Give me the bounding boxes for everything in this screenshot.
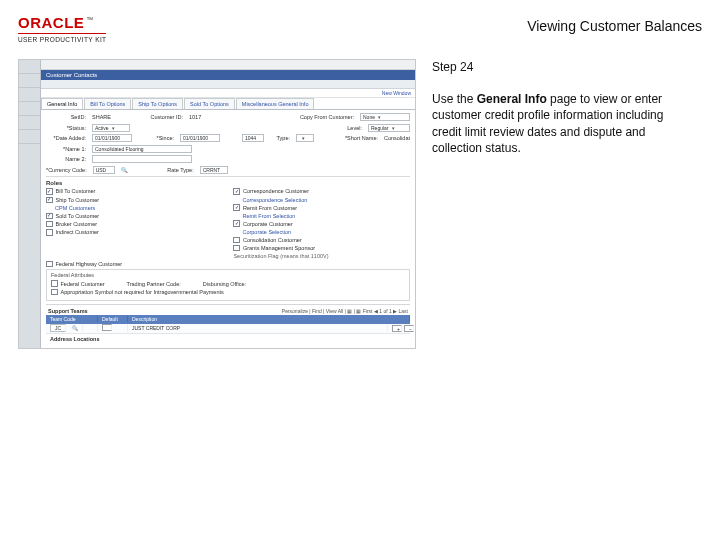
input-name1[interactable]: Consolidated Flooring <box>92 145 192 153</box>
brand-main: ORACLE <box>18 14 84 31</box>
brand-subtitle: USER PRODUCTIVITY KIT <box>18 33 106 43</box>
label-name2: Name 2: <box>46 156 86 162</box>
instruction-text: Use the General Info page to view or ent… <box>432 91 692 156</box>
section-roles-heading: Roles <box>46 180 410 186</box>
check-corporate[interactable]: ✓Corporate Customer <box>233 220 408 227</box>
input-since[interactable]: 01/01/1900 <box>180 134 220 142</box>
input-name2[interactable] <box>92 155 192 163</box>
check-correspondence[interactable]: ✓Correspondence Customer <box>233 188 408 195</box>
label-level: Level: <box>322 125 362 131</box>
label-currency: *Currency Code: <box>46 167 87 173</box>
label-setid: SetID: <box>46 114 86 120</box>
tab-sold-to-options[interactable]: Sold To Options <box>184 98 235 109</box>
form-body: SetID: SHARE Customer ID: 1017 Copy From… <box>41 110 415 348</box>
federal-attributes-box: Federal Attributes Federal Customer Trad… <box>46 269 410 301</box>
field-trading-partner: Trading Partner Code: <box>127 280 181 287</box>
value-setid: SHARE <box>92 114 111 120</box>
link-corp-sel[interactable]: Corporate Selection <box>242 229 408 235</box>
link-cpm-customers[interactable]: CPM Customers <box>55 205 213 211</box>
check-bill-to[interactable]: ✓Bill To Customer <box>46 188 213 195</box>
grid-row[interactable]: JC🔍 JUST CREDIT CORP +− <box>46 324 410 334</box>
label-status: *Status: <box>46 125 86 131</box>
label-since: *Since: <box>150 135 174 141</box>
grid-toolbar[interactable]: Personalize | Find | View All | ▦ | ▦ Fi… <box>282 308 408 314</box>
label-name1: *Name 1: <box>46 146 86 152</box>
instruction-panel: Step 24 Use the General Info page to vie… <box>432 59 692 349</box>
support-teams-heading: Support Teams <box>48 308 88 314</box>
brand-block: ORACLE™ USER PRODUCTIVITY KIT <box>18 14 106 43</box>
select-type[interactable] <box>296 134 314 142</box>
check-federal-highway[interactable]: Federal Highway Customer <box>46 261 410 268</box>
new-window-link[interactable]: New Window <box>41 89 415 98</box>
check-remit-from[interactable]: ✓Remit From Customer <box>233 204 408 211</box>
link-corr-sel[interactable]: Correspondence Selection <box>242 197 408 203</box>
filter-bar <box>41 80 415 89</box>
label-custid: Customer ID: <box>143 114 183 120</box>
check-grants-sponsor[interactable]: Grants Management Sponsor <box>233 245 408 252</box>
select-status[interactable]: Active <box>92 124 130 132</box>
check-ship-to[interactable]: ✓Ship To Customer <box>46 197 213 204</box>
grid-header: Team Code Default Description <box>46 315 410 324</box>
check-indirect[interactable]: Indirect Customer <box>46 229 213 236</box>
value-shortname: Consolidat <box>384 135 410 141</box>
label-shortname: *Short Name: <box>338 135 378 141</box>
label-type: Type: <box>270 135 290 141</box>
check-federal-customer[interactable]: Federal Customer <box>51 280 105 287</box>
input-ratetype[interactable]: CRRNT <box>200 166 228 174</box>
input-dateadded[interactable]: 01/01/1900 <box>92 134 132 142</box>
lookup-icon[interactable]: 🔍 <box>121 167 128 173</box>
input-blank1[interactable]: 1044 <box>242 134 264 142</box>
check-approp-symbol[interactable]: Appropriation Symbol not required for In… <box>51 289 405 296</box>
tab-strip: General Info Bill To Options Ship To Opt… <box>41 98 415 110</box>
check-consolidation[interactable]: Consolidation Customer <box>233 237 408 244</box>
select-level[interactable]: Regular <box>368 124 410 132</box>
tab-misc-general-info[interactable]: Miscellaneous General Info <box>236 98 315 109</box>
value-custid: 1017 <box>189 114 201 120</box>
select-copyfrom[interactable]: None <box>360 113 410 121</box>
label-dateadded: *Date Added: <box>46 135 86 141</box>
breadcrumb <box>41 60 415 70</box>
tab-general-info[interactable]: General Info <box>41 98 83 109</box>
field-disbursing-office: Disbursing Office: <box>203 280 246 287</box>
federal-heading: Federal Attributes <box>51 272 405 278</box>
page-title: Viewing Customer Balances <box>527 14 702 34</box>
screenshot-thumbnail: Customer Contacts New Window General Inf… <box>18 59 416 349</box>
address-locations-heading: Address Locations <box>46 334 410 344</box>
check-sold-to[interactable]: ✓Sold To Customer <box>46 213 213 220</box>
link-remit-sel[interactable]: Remit From Selection <box>242 213 408 219</box>
brand-tm: ™ <box>86 16 93 23</box>
left-nav-strip <box>19 60 41 348</box>
securitization-note: Securitization Flag (means that 1100V) <box>233 253 408 259</box>
step-label: Step 24 <box>432 59 692 75</box>
input-currency[interactable]: USD <box>93 166 115 174</box>
component-title-bar: Customer Contacts <box>41 70 415 80</box>
label-copyfrom: Copy From Customer: <box>300 114 354 120</box>
label-ratetype: Rate Type: <box>154 167 194 173</box>
check-broker[interactable]: Broker Customer <box>46 221 213 228</box>
tab-bill-to-options[interactable]: Bill To Options <box>84 98 131 109</box>
tab-ship-to-options[interactable]: Ship To Options <box>132 98 183 109</box>
